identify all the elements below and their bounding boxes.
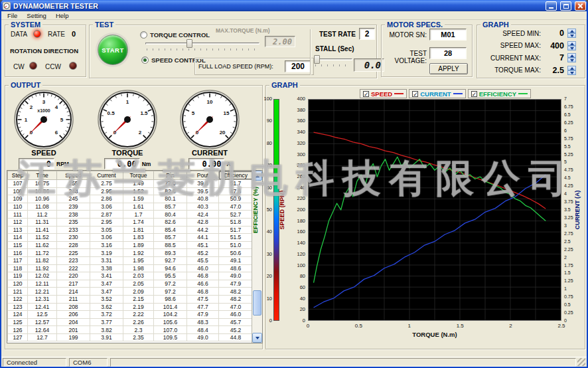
table-row[interactable]: 12612.642013.822.3107.048.445.2 <box>8 326 253 334</box>
test-rate-input[interactable]: 2 <box>359 28 375 40</box>
legend-item-efficiency[interactable]: ✓EFFICIENCY <box>468 89 531 98</box>
graph-setting-label: SPEED MIN: <box>480 30 541 37</box>
table-row[interactable]: 11511.622283.161.8988.545.151.0 <box>8 241 253 249</box>
table-row[interactable]: 11912.022203.412.0395.546.849.0 <box>8 272 253 280</box>
max-torque-slider[interactable] <box>145 39 259 50</box>
stall-slider[interactable] <box>314 54 352 66</box>
legend-item-speed[interactable]: ✓SPEED <box>360 89 407 98</box>
legend-checkbox[interactable]: ✓ <box>471 91 477 97</box>
full-load-speed-input[interactable]: 200 <box>285 60 311 72</box>
table-cell: 11.82 <box>28 256 57 264</box>
spin-up-button[interactable] <box>567 41 576 46</box>
table-header-torque[interactable]: Torque <box>123 171 154 180</box>
menu-item-help[interactable]: Help <box>51 12 74 19</box>
slider-thumb[interactable] <box>186 39 192 48</box>
table-header-efficiency[interactable]: Efficiency <box>219 171 253 180</box>
table-cell: 2.22 <box>123 311 154 319</box>
motor-sn-label: MOTOR SN: <box>382 31 427 39</box>
system-group: SYSTEM DATA RATE 0 ROTATION DIRECTION CW… <box>5 25 86 77</box>
menu-item-setting[interactable]: Setting <box>22 12 51 19</box>
axis-tick-label: 100 <box>263 96 272 102</box>
scroll-down-button[interactable] <box>252 333 262 343</box>
divider <box>310 29 311 75</box>
graph-setting-row: SPEED MIN:0 <box>480 28 582 39</box>
spin-down-button[interactable] <box>567 70 576 75</box>
test-voltage-input[interactable]: 28 <box>429 47 467 59</box>
close-button[interactable] <box>575 1 586 11</box>
table-row[interactable]: 12212.312113.522.1598.647.548.2 <box>8 295 253 303</box>
torque-control-radio[interactable]: TORQUE CONTROL <box>140 31 210 39</box>
table-row[interactable]: 11811.922223.381.9894.646.048.6 <box>8 264 253 272</box>
table-row[interactable]: 12012.112173.472.0597.246.647.9 <box>8 280 253 288</box>
spin-up-button[interactable] <box>567 29 576 33</box>
graph-setting-value[interactable]: 400 <box>541 41 566 50</box>
spin-up-button[interactable] <box>567 66 576 70</box>
legend-checkbox[interactable]: ✓ <box>412 91 418 97</box>
test-caption: TEST <box>93 21 115 29</box>
minimize-button[interactable] <box>546 1 557 11</box>
table-header-pin[interactable]: Pin <box>154 171 187 180</box>
spin-down-button[interactable] <box>567 46 576 50</box>
table-row[interactable]: 11011.082393.061.6185.740.347.0 <box>8 203 253 211</box>
table-row[interactable]: 11711.822233.311.9592.745.549.1 <box>8 256 253 264</box>
table-header-step[interactable]: Step <box>8 171 28 180</box>
table-cell: 47.8 <box>219 187 253 195</box>
chart-plot-area[interactable] <box>308 99 561 321</box>
slider-thumb[interactable] <box>314 55 320 64</box>
table-row[interactable]: 10810.862482.951.5282.639.547.8 <box>8 187 253 195</box>
spin-down-button[interactable] <box>567 58 576 62</box>
spin-down-button[interactable] <box>567 33 576 38</box>
table-row[interactable]: 11411.522303.061.8385.744.151.5 <box>8 234 253 242</box>
graph-setting-value[interactable]: 7 <box>541 53 566 62</box>
table-cell: 1.61 <box>123 203 154 211</box>
table-row[interactable]: 11311.412333.051.8185.444.251.7 <box>8 226 253 234</box>
test-voltage-label: TEST VOLTAGE: <box>382 50 427 64</box>
table-cell: 238 <box>57 211 90 219</box>
table-cell: 3.05 <box>90 226 123 234</box>
table-cell: 2.09 <box>123 288 154 296</box>
maximize-button[interactable] <box>560 1 571 11</box>
table-row[interactable]: 11211.312352.951.7482.642.851.8 <box>8 218 253 226</box>
table-row[interactable]: 12312.412083.622.19101.447.747.0 <box>8 303 253 311</box>
legend-item-current[interactable]: ✓CURRENT <box>409 89 465 98</box>
table-cell: 245 <box>57 195 90 203</box>
axis-tick-label: 0.75 <box>564 294 573 300</box>
table-header-time[interactable]: Time <box>28 171 57 180</box>
radio-icon <box>140 31 147 39</box>
table-row[interactable]: 11611.722253.191.9289.345.250.6 <box>8 249 253 257</box>
table-cell: 46.6 <box>187 280 219 288</box>
table-row[interactable]: 12512.572043.772.26105.648.345.7 <box>8 318 253 326</box>
apply-button[interactable]: APPLY <box>429 63 468 74</box>
table-row[interactable]: 12712.71993.912.35109.549.044.8 <box>8 333 253 341</box>
table-header-speed[interactable]: Speed <box>57 171 90 180</box>
table-cell: 2.15 <box>123 295 154 303</box>
table-cell: 2.87 <box>90 211 123 219</box>
table-row[interactable]: 10910.962452.861.5980.140.850.9 <box>8 195 253 203</box>
axis-tick-label: 1.75 <box>564 263 573 268</box>
legend-checkbox[interactable]: ✓ <box>363 91 369 97</box>
table-cell: 217 <box>57 280 90 288</box>
table-row[interactable]: 12112.212143.472.0997.246.848.2 <box>8 288 253 296</box>
table-header-pout[interactable]: Pout <box>187 171 219 180</box>
menu-item-file[interactable]: File <box>3 12 22 19</box>
table-cell: 2.95 <box>90 187 123 195</box>
svg-text:6: 6 <box>55 130 58 136</box>
axis-tick-label: 4.75 <box>564 167 573 173</box>
spin-up-button[interactable] <box>567 53 576 58</box>
table-cell: 11.72 <box>28 249 57 257</box>
motor-sn-input[interactable]: M01 <box>429 29 467 41</box>
axis-tick-label: 5.5 <box>564 144 571 149</box>
table-cell: 2.35 <box>123 333 154 341</box>
table-row[interactable]: 12412.52063.722.22104.247.946.0 <box>8 311 253 319</box>
graph-setting-value[interactable]: 2.5 <box>541 66 566 75</box>
table-cell: 1.52 <box>123 187 154 195</box>
svg-text:20: 20 <box>220 130 226 136</box>
table-row[interactable]: 10710.752552.751.4977.039.851.7 <box>8 180 253 188</box>
graph-setting-value[interactable]: 0 <box>541 29 566 38</box>
start-button[interactable]: START <box>98 35 128 65</box>
svg-text:1: 1 <box>25 117 28 123</box>
resize-grip[interactable] <box>577 358 585 366</box>
table-cell: 122 <box>8 295 28 303</box>
table-row[interactable]: 11111.22382.871.780.442.452.7 <box>8 211 253 219</box>
table-header-current[interactable]: Current <box>90 171 123 180</box>
